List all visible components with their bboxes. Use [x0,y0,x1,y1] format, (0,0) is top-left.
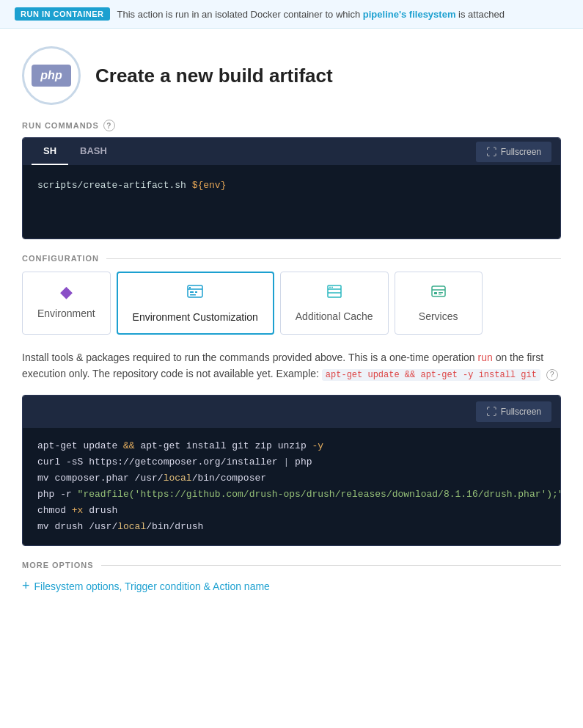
config-tabs: ◆ Environment Environment Customization [22,272,561,335]
install-line-4: php -r "readfile('https://github.com/dru… [37,487,546,503]
run-commands-code-body[interactable]: scripts/create-artifact.sh ${env} [23,165,560,239]
install-commands-editor: ⛶ Fullscreen apt-get update && apt-get i… [22,395,561,547]
page-header: php Create a new build artifact [0,29,583,120]
install-line-3: mv composer.phar /usr/local/bin/composer [37,470,546,487]
config-divider [106,258,561,259]
code-editor-header: SH BASH ⛶ Fullscreen [23,138,560,165]
install-line-6: mv drush /usr/local/bin/drush [37,519,546,535]
php-logo-text: php [32,65,71,87]
install-fullscreen-button[interactable]: ⛶ Fullscreen [476,401,551,422]
config-tab-additional-cache[interactable]: Additional Cache [280,272,389,335]
php-logo: php [22,46,81,105]
svg-rect-2 [190,291,194,293]
environment-icon: ◆ [60,283,73,302]
install-fullscreen-icon: ⛶ [486,406,496,418]
top-banner: RUN IN CONTAINER This action is run in a… [0,0,583,29]
run-commands-help-icon[interactable]: ? [103,120,115,131]
env-customization-icon [186,283,204,305]
install-line-1: apt-get update && apt-get install git zi… [37,438,546,454]
tab-sh[interactable]: SH [32,138,68,165]
run-commands-label: RUN COMMANDS ? [0,120,583,131]
description-text: Install tools & packages required to run… [0,349,583,383]
page-title: Create a new build artifact [95,65,333,87]
configuration-label: CONFIGURATION [22,254,561,263]
svg-rect-4 [190,294,196,296]
svg-rect-11 [432,286,445,296]
example-code: apt-get update && apt-get -y install git [322,369,540,381]
svg-rect-13 [434,292,437,294]
description-help-icon[interactable]: ? [546,369,558,381]
code-tabs: SH BASH [32,138,119,165]
code-line-1: scripts/create-artifact.sh ${env} [37,178,546,194]
more-options-link-text: Filesystem options, Trigger condition & … [34,580,270,592]
additional-cache-icon [326,283,343,305]
install-line-5: chmod +x drush [37,503,546,519]
config-tab-environment[interactable]: ◆ Environment [22,272,111,335]
highlight-run: run [478,352,493,363]
install-editor-header: ⛶ Fullscreen [23,396,560,428]
svg-rect-5 [189,287,191,288]
more-options-divider [101,565,561,566]
install-line-2: curl -sS https://getcomposer.org/install… [37,454,546,470]
svg-rect-3 [195,291,197,293]
more-options-section: MORE OPTIONS + Filesystem options, Trigg… [0,561,583,594]
plus-icon: + [22,578,30,594]
more-options-label: MORE OPTIONS [22,561,561,569]
config-tab-env-customization[interactable]: Environment Customization [117,272,274,335]
tab-bash[interactable]: BASH [68,138,119,165]
run-commands-editor: SH BASH ⛶ Fullscreen scripts/create-arti… [22,137,561,239]
install-commands-code-body[interactable]: apt-get update && apt-get install git zi… [23,428,560,546]
pipeline-link[interactable]: pipeline's filesystem [363,9,456,20]
svg-rect-15 [439,294,441,295]
svg-point-10 [331,287,333,288]
fullscreen-icon: ⛶ [486,146,496,158]
svg-point-9 [329,287,331,288]
configuration-section: CONFIGURATION ◆ Environment Environment … [0,254,583,335]
run-in-container-badge: RUN IN CONTAINER [15,7,110,21]
svg-rect-14 [439,292,443,294]
fullscreen-button[interactable]: ⛶ Fullscreen [476,142,551,162]
services-icon [430,283,447,305]
config-tab-services[interactable]: Services [395,272,483,335]
more-options-link[interactable]: + Filesystem options, Trigger condition … [22,578,561,594]
banner-text: This action is run in an isolated Docker… [117,9,505,20]
